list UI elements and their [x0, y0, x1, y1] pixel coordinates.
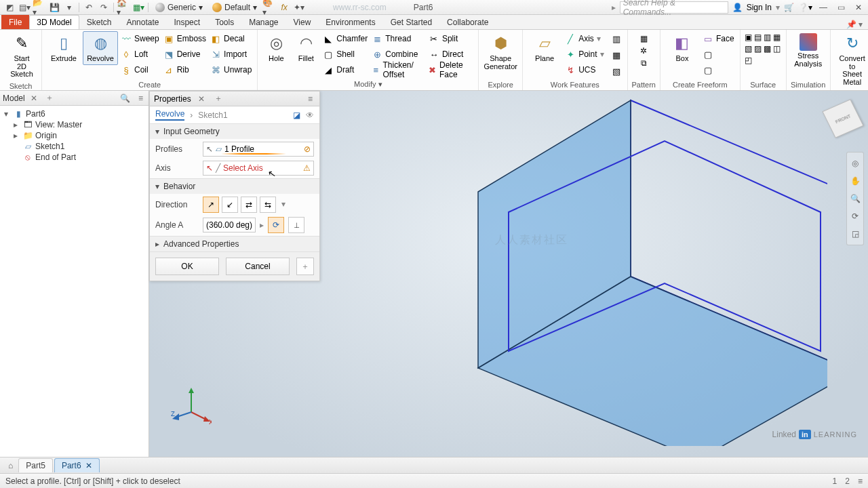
ucs-button[interactable]: ↯UCS [564, 62, 605, 77]
plane-button[interactable]: ▱Plane [527, 31, 562, 65]
profiles-selector[interactable]: ↖ ▱ 1 Profile ⊘ [203, 142, 314, 157]
appearance-picker-icon[interactable]: 🎨▾ [262, 1, 276, 14]
tree-view-master[interactable]: ▸🗔View: Master [4, 119, 144, 130]
freeform-extra-2[interactable]: ▢ [701, 62, 736, 77]
nav-orbit-icon[interactable]: ⟳ [848, 209, 862, 223]
profile-geometry[interactable] [339, 94, 827, 446]
section-behavior[interactable]: ▾Behavior [150, 179, 319, 194]
direction-flip-button[interactable]: ↙ [222, 197, 238, 213]
properties-add[interactable]: ＋ [212, 93, 225, 104]
cart-icon[interactable]: 🛒 [784, 3, 794, 12]
point-button[interactable]: ✦Point▾ [564, 47, 605, 62]
tab-tools[interactable]: Tools [208, 15, 241, 29]
redo-icon[interactable]: ↷ [97, 1, 111, 14]
tree-root[interactable]: ▾▮Part6 [4, 108, 144, 119]
apply-plus-button[interactable]: ＋ [296, 258, 314, 275]
tab-annotate[interactable]: Annotate [119, 15, 166, 29]
preview-toggle-icon[interactable]: ◪ [293, 110, 300, 120]
surf-4[interactable]: ▦ [773, 33, 781, 42]
start-2d-sketch-button[interactable]: ✎ Start 2D Sketch [4, 31, 39, 81]
tab-manage[interactable]: Manage [241, 15, 285, 29]
user-icon[interactable]: 👤 [732, 3, 743, 12]
stress-analysis-button[interactable]: Stress Analysis [791, 31, 826, 70]
angle-input[interactable] [203, 218, 256, 232]
surf-6[interactable]: ▨ [754, 44, 762, 54]
chamfer-button[interactable]: ◣Chamfer [321, 31, 369, 46]
revolve-button[interactable]: ◍ Revolve [83, 31, 118, 65]
surf-5[interactable]: ▧ [745, 44, 752, 54]
axis-selector[interactable]: ↖ ╱ Select Axis ⚠ [203, 161, 314, 176]
fx-icon[interactable]: fx [277, 1, 291, 14]
fillet-button[interactable]: ◠Fillet [292, 31, 320, 65]
tree-sketch1[interactable]: ▱Sketch1 [4, 141, 144, 152]
restore-window-button[interactable]: ▭ [834, 1, 848, 14]
thread-button[interactable]: ≣Thread [370, 31, 426, 46]
breadcrumb-context[interactable]: Sketch1 [198, 110, 227, 120]
surf-9[interactable]: ◰ [745, 56, 752, 65]
split-button[interactable]: ✂Split [427, 31, 474, 46]
draft-button[interactable]: ◢Draft [321, 62, 369, 77]
open-icon[interactable]: 📂▾ [33, 1, 46, 14]
angle-full-button[interactable]: ⟳ [268, 217, 284, 233]
pattern-icon-1[interactable]: ▦ [640, 34, 648, 43]
close-window-button[interactable]: ✕ [852, 1, 865, 14]
coil-button[interactable]: §Coil [119, 62, 161, 77]
visibility-toggle-icon[interactable]: 👁 [306, 110, 314, 120]
decal-button[interactable]: ◧Decal [209, 31, 253, 46]
help-search-input[interactable]: Search Help & Commands... [620, 1, 728, 14]
tab-sketch[interactable]: Sketch [79, 15, 119, 29]
tab-3d-model[interactable]: 3D Model [29, 15, 79, 29]
properties-close[interactable]: ✕ [195, 94, 208, 104]
help-icon[interactable]: ❔▾ [798, 3, 812, 12]
wf-extra-2[interactable]: ▦ [610, 47, 623, 62]
appearance-dropdown[interactable]: Default ▾ [208, 3, 261, 12]
ribbon-pin-icon[interactable]: 📌 ▾ [841, 20, 868, 29]
shell-button[interactable]: ▢Shell [321, 47, 369, 62]
status-menu-icon[interactable]: ≡ [858, 476, 863, 486]
layers-icon[interactable]: ▦▾ [132, 1, 145, 14]
browser-search-icon[interactable]: 🔍 [117, 94, 133, 103]
cancel-button[interactable]: Cancel [226, 258, 290, 275]
home-icon[interactable]: 🏠▾ [117, 1, 130, 14]
doc-home-icon[interactable]: ⌂ [4, 461, 17, 470]
rib-button[interactable]: ⊿Rib [162, 62, 208, 77]
close-icon[interactable]: ✕ [85, 461, 92, 470]
tab-collaborate[interactable]: Collaborate [439, 15, 496, 29]
tree-end-of-part[interactable]: ⦸End of Part [4, 152, 144, 163]
surf-7[interactable]: ▩ [764, 44, 771, 54]
clear-profiles-icon[interactable]: ⊘ [304, 144, 311, 154]
doc-tab-part5[interactable]: Part5 [18, 458, 53, 472]
axis-button[interactable]: ╱Axis▾ [564, 31, 605, 46]
extrude-button[interactable]: ▯ Extrude [46, 31, 81, 65]
thicken-offset-button[interactable]: ≡Thicken/ Offset [370, 62, 426, 77]
surf-3[interactable]: ▥ [764, 33, 771, 42]
nav-lookat-icon[interactable]: ◲ [848, 227, 862, 241]
tab-get-started[interactable]: Get Started [383, 15, 439, 29]
loft-button[interactable]: ◊Loft [119, 47, 161, 62]
browser-menu-icon[interactable]: ≡ [136, 94, 146, 103]
tab-file[interactable]: File [1, 15, 29, 29]
save-icon[interactable]: 💾 [47, 1, 61, 14]
angle-measure-button[interactable]: ⟂ [288, 217, 304, 233]
minimize-window-button[interactable]: — [816, 1, 830, 14]
combine-button[interactable]: ⊕Combine [370, 47, 426, 62]
tab-environments[interactable]: Environments [318, 15, 382, 29]
tab-inspect[interactable]: Inspect [166, 15, 208, 29]
doc-tab-part6[interactable]: Part6✕ [54, 458, 100, 472]
properties-menu-icon[interactable]: ≡ [305, 94, 315, 104]
signin-link[interactable]: Sign In [747, 3, 772, 12]
model-tab-add[interactable]: ＋ [43, 92, 56, 104]
delete-face-button[interactable]: ✖Delete Face [427, 62, 474, 77]
sweep-button[interactable]: 〰Sweep [119, 31, 161, 46]
import-button[interactable]: ⇲Import [209, 47, 253, 62]
section-advanced[interactable]: ▸Advanced Properties [150, 237, 319, 251]
derive-button[interactable]: ⬔Derive [162, 47, 208, 62]
material-dropdown[interactable]: Generic ▾ [151, 3, 207, 12]
direction-symmetric-button[interactable]: ⇄ [241, 197, 257, 213]
freeform-extra-1[interactable]: ▢ [701, 47, 736, 62]
section-input-geometry[interactable]: ▾Input Geometry [150, 124, 319, 139]
freeform-box-button[interactable]: ◧Box [665, 31, 700, 65]
undo-icon[interactable]: ↶ [82, 1, 96, 14]
save-dropdown-icon[interactable]: ▾ [62, 1, 76, 14]
qat-more-icon[interactable]: ✦▾ [292, 1, 306, 14]
